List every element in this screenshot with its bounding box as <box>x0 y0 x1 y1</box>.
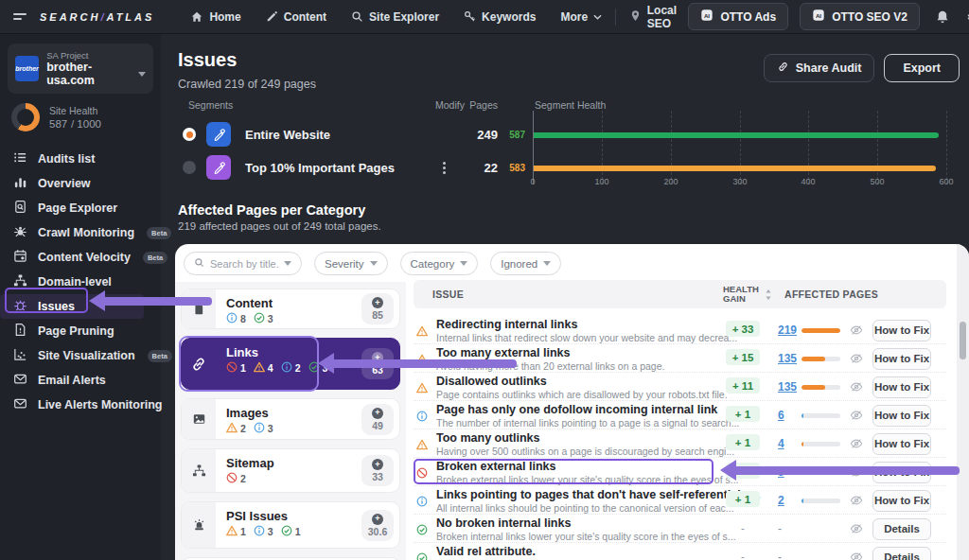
details-button[interactable]: Details <box>872 518 931 540</box>
affected-pages-link[interactable]: 4 <box>778 437 784 450</box>
pencil-icon <box>266 10 278 23</box>
how-to-fix-button[interactable]: How to Fix <box>872 376 931 398</box>
segment-radio[interactable] <box>183 128 196 141</box>
category-card-psi-issues[interactable]: PSI Issues131+30.6 <box>181 501 400 549</box>
eye-off-icon[interactable] <box>850 324 863 341</box>
nav-item-local-seo[interactable]: Local SEO <box>629 4 678 30</box>
affected-pages-bar <box>802 328 840 333</box>
nav-item-keywords[interactable]: Keywords <box>464 10 536 24</box>
affected-pages-link[interactable]: 219 <box>778 324 797 337</box>
filter-dropdown-ignored[interactable]: Ignored <box>490 252 561 275</box>
search-pill[interactable] <box>184 252 302 275</box>
nav-item-content[interactable]: Content <box>266 10 326 24</box>
affected-pages-link[interactable]: 3 <box>778 465 784 479</box>
category-card-content[interactable]: Content83+85 <box>181 289 400 329</box>
issue-title: Too many outlinks <box>436 431 540 445</box>
chart-y-axis <box>533 111 534 184</box>
project-selector[interactable]: brother SA Project brother-usa.com <box>8 44 153 94</box>
sidebar-item-page-pruning[interactable]: Page Pruning <box>0 319 161 343</box>
category-score-button[interactable]: +63 <box>361 348 394 379</box>
svg-text:AI: AI <box>704 12 710 19</box>
how-to-fix-button[interactable]: How to Fix <box>872 490 931 512</box>
issue-description: Broken internal links lower your site's … <box>436 531 736 542</box>
share-audit-button[interactable]: Share Audit <box>764 54 875 82</box>
how-to-fix-button[interactable]: How to Fix <box>872 405 931 427</box>
issue-row-page-has-only-one-dofollow-incoming-internal-link: Page has only one dofollow incoming inte… <box>414 401 946 429</box>
sidebar-item-issues[interactable]: Issues <box>0 294 144 319</box>
eye-off-icon[interactable] <box>850 465 863 482</box>
issue-row-no-broken-internal-links: No broken internal linksBroken internal … <box>414 515 946 543</box>
issue-row-too-many-external-links: Too many external linksAvoid having more… <box>414 344 946 373</box>
nav-item-more[interactable]: More <box>560 10 602 24</box>
filter-dropdown-severity[interactable]: Severity <box>314 252 388 275</box>
category-card-sitemap[interactable]: Sitemap2+33 <box>181 448 400 493</box>
eye-off-icon[interactable] <box>850 522 863 539</box>
settings-gear-icon[interactable] <box>965 9 969 25</box>
health-gain-badge: + 1 <box>726 434 760 450</box>
search-input[interactable] <box>210 258 278 270</box>
category-name: Links <box>226 345 361 359</box>
how-to-fix-button[interactable]: How to Fix <box>872 348 931 370</box>
sidebar-item-domain-level[interactable]: Domain-level <box>0 270 161 294</box>
chart-gridline <box>602 111 603 184</box>
how-to-fix-button[interactable]: How to Fix <box>872 462 931 483</box>
nav-item-site-explorer[interactable]: Site Explorer <box>351 10 439 24</box>
hamburger-menu-icon[interactable] <box>13 10 26 23</box>
eye-off-icon[interactable] <box>850 494 863 511</box>
otto-ads-button[interactable]: AI OTTO Ads <box>688 3 788 30</box>
affected-pages-link[interactable]: 2 <box>778 494 784 507</box>
filter-dropdown-category[interactable]: Category <box>400 252 479 275</box>
severity-chip-ban: 2 <box>226 472 246 485</box>
issue-row-redirecting-internal-links: Redirecting internal linksInternal links… <box>414 316 946 344</box>
how-to-fix-button[interactable]: How to Fix <box>872 320 931 341</box>
segment-radio[interactable] <box>183 161 196 174</box>
sidebar-item-email-alerts[interactable]: Email Alerts <box>0 368 161 393</box>
health-gain-badge: - <box>726 519 760 535</box>
pen-icon <box>206 122 231 147</box>
nav-divider <box>615 9 616 26</box>
affected-pages-link[interactable]: 6 <box>778 409 784 422</box>
check-circle-icon <box>254 312 265 325</box>
export-button[interactable]: Export <box>884 54 960 82</box>
category-score-button[interactable]: +85 <box>361 293 394 324</box>
affected-pages-link[interactable]: 135 <box>778 352 797 365</box>
issue-title: Too many external links <box>436 346 570 359</box>
notifications-bell-icon[interactable] <box>935 9 950 25</box>
severity-chip-info: 3 <box>254 525 273 538</box>
eye-off-icon[interactable] <box>850 437 863 454</box>
issues-table-header: ISSUE HEALTH GAIN AFFECTED PAGES <box>414 280 946 308</box>
how-to-fix-button[interactable]: How to Fix <box>872 433 931 455</box>
sidebar-item-crawl-monitoring[interactable]: Crawl MonitoringBeta <box>0 220 161 245</box>
category-card-links[interactable]: Links1423+63 <box>181 338 400 390</box>
info-circle-icon <box>416 409 428 426</box>
table-scrollbar[interactable] <box>957 244 969 560</box>
sidebar-item-overview[interactable]: Overview <box>0 171 161 196</box>
chevron-down-icon <box>284 261 291 266</box>
sidebar-item-live-alerts-monitoring[interactable]: Live Alerts Monitoring <box>0 393 161 417</box>
category-score-button[interactable]: +30.6 <box>361 510 394 541</box>
eye-off-icon[interactable] <box>850 380 863 397</box>
sidebar-item-site-visualization[interactable]: Site VisualizationBeta <box>0 343 161 368</box>
category-score-button[interactable]: +49 <box>361 404 394 435</box>
details-button[interactable]: Details <box>872 547 931 560</box>
nav-item-home[interactable]: Home <box>190 10 240 24</box>
eye-off-icon[interactable] <box>850 551 863 560</box>
scrollbar-thumb[interactable] <box>960 322 966 359</box>
otto-seo-v2-button[interactable]: AI OTTO SEO V2 <box>800 3 920 30</box>
eye-off-icon[interactable] <box>850 352 863 369</box>
sidebar-item-audits-list[interactable]: Audits list <box>0 147 161 171</box>
category-card-images[interactable]: Images23+49 <box>181 398 400 440</box>
sort-icon[interactable] <box>765 288 772 305</box>
category-list: Content83+85Links1423+63Images23+49Sitem… <box>175 282 406 560</box>
sidebar-item-page-explorer[interactable]: Page Explorer <box>0 196 161 220</box>
severity-chip-warn: 2 <box>226 422 246 435</box>
project-domain: brother-usa.com <box>46 61 132 87</box>
category-score-button[interactable]: +33 <box>361 455 394 486</box>
category-name: Images <box>226 406 361 420</box>
kebab-menu-icon[interactable] <box>443 162 446 174</box>
eye-off-icon[interactable] <box>850 409 863 426</box>
sidebar-item-content-velocity[interactable]: Content VelocityBeta <box>0 245 161 270</box>
image-icon <box>182 399 216 439</box>
affected-pages-link[interactable]: 135 <box>778 380 797 394</box>
check-circle-icon <box>416 522 428 539</box>
